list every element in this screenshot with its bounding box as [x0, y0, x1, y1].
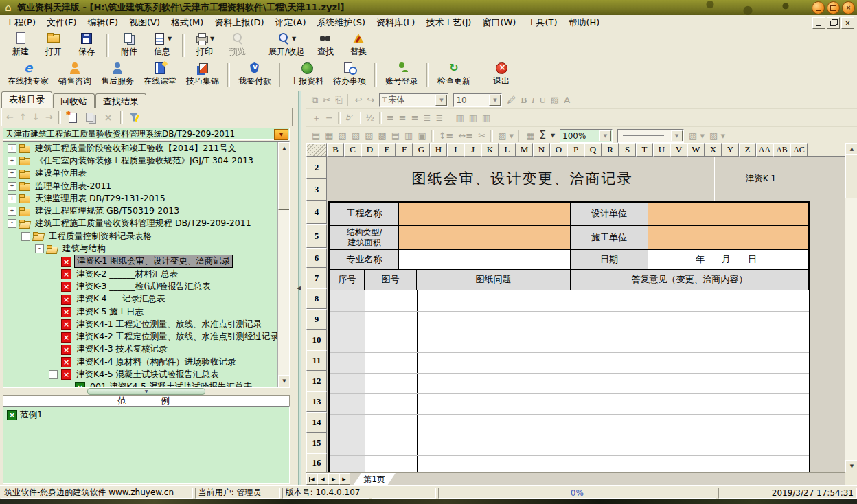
merge-cells-icon[interactable]: ▧ — [339, 131, 347, 140]
align-left-icon[interactable]: ≡ — [387, 113, 394, 122]
toolbar-button-new[interactable]: 新建 — [4, 31, 37, 60]
valign-bottom-icon[interactable]: ▥ — [482, 113, 490, 122]
column-header[interactable]: K — [481, 143, 499, 157]
column-header[interactable]: P — [567, 143, 584, 157]
tree-scrollbar[interactable]: ▲ ▼ — [277, 142, 289, 387]
tree-item[interactable]: 津资K-1 图纸会审、设计变更、洽商记录 — [3, 255, 289, 268]
toolbar-button-open[interactable]: 打开 — [37, 31, 70, 60]
catalog-dropdown[interactable]: 天津市建筑工程施工质量验收资料管理系统DB/T29-209-2011 ▼ — [3, 128, 290, 140]
align-distribute-icon[interactable]: ≣ — [436, 113, 444, 122]
column-header[interactable]: J — [464, 143, 481, 157]
child-close-button[interactable]: × — [841, 17, 854, 29]
collapse-icon[interactable]: - — [35, 244, 44, 253]
align-right-icon[interactable]: ≡ — [411, 113, 419, 122]
underline-icon[interactable]: U — [539, 95, 545, 104]
splitter-collapse-icon[interactable]: ◀ — [297, 285, 301, 291]
toolbar-button-shield[interactable]: 我要付款 — [233, 60, 276, 89]
format-brush-icon[interactable]: 🖉 — [507, 95, 516, 104]
split-cells-icon[interactable]: ▧ — [352, 131, 360, 140]
nav-left-icon[interactable]: ← — [6, 112, 14, 122]
expand-icon[interactable]: + — [8, 157, 16, 165]
scrollbar-thumb[interactable] — [845, 154, 857, 198]
eraser-icon[interactable]: ✂ — [478, 131, 485, 140]
toolbar-button-tips[interactable]: 技巧集锦 — [181, 60, 224, 89]
delete-table-icon[interactable]: ▦ — [325, 131, 333, 140]
field-input-specialty-name[interactable] — [399, 250, 571, 270]
column-header[interactable]: F — [396, 143, 413, 157]
dropdown-arrow-icon[interactable]: ▼ — [292, 36, 296, 42]
field-input-date[interactable]: 年 月 日 — [648, 250, 809, 270]
row-header[interactable]: 2 — [306, 157, 327, 179]
last-sheet-icon[interactable]: ▶ — [339, 473, 350, 485]
column-header[interactable]: AC — [790, 143, 808, 157]
row-header[interactable]: 10 — [306, 330, 327, 350]
toolbar-button-classroom[interactable]: 在线课堂 — [139, 60, 181, 89]
menu-item[interactable]: 窗口(W) — [477, 15, 521, 30]
row-header[interactable]: 13 — [306, 391, 327, 412]
sheet-scrollbar[interactable]: ▲ ▼ — [845, 143, 857, 472]
tree-item[interactable]: 津资K4-2 工程定位测量、放线、水准点引测经过记录 — [3, 330, 289, 343]
undo-icon[interactable]: ↩ — [355, 95, 363, 104]
toolbar-button-person-blue[interactable]: 售后服务 — [96, 60, 139, 89]
insert-row-icon[interactable]: ▨ — [365, 131, 373, 140]
remove-row-icon[interactable]: − — [325, 113, 333, 122]
scroll-up-icon[interactable]: ▲ — [845, 143, 857, 155]
column-header[interactable]: T — [636, 143, 653, 157]
scroll-up-icon[interactable]: ▲ — [278, 142, 290, 154]
lock-cell-icon[interactable]: ▣ — [418, 131, 426, 140]
column-header[interactable]: G — [413, 143, 430, 157]
filter-icon[interactable] — [128, 112, 141, 123]
tree-item[interactable]: +监理单位用表-2011 — [3, 180, 289, 192]
collapse-icon[interactable]: - — [8, 219, 16, 228]
menu-item[interactable]: 资料库(L) — [371, 15, 420, 30]
table-tool-icon[interactable]: ▦ — [526, 131, 534, 140]
toolbar-button-person-orange[interactable]: 销售咨询 — [54, 60, 96, 89]
first-sheet-icon[interactable]: ◀ — [306, 473, 317, 485]
tree-item[interactable]: -建筑工程施工质量验收资料管理规程 DB/T29-209-2011 — [3, 218, 289, 230]
align-justify-icon[interactable]: ≣ — [424, 113, 431, 122]
tree-item[interactable]: 津资K-3 ______检(试)验报告汇总表 — [3, 280, 289, 293]
tree-item[interactable]: 001-津资K4-5 混凝土试块试验报告汇总表 — [3, 381, 289, 388]
nav-right-icon[interactable]: → — [45, 112, 53, 122]
line-style-combo[interactable]: ▼ — [617, 129, 684, 143]
column-header[interactable]: O — [550, 143, 567, 157]
column-header[interactable]: B — [327, 143, 344, 157]
column-header[interactable]: I — [447, 143, 464, 157]
next-sheet-icon[interactable]: ▶ — [328, 473, 339, 485]
column-header[interactable]: V — [670, 143, 687, 157]
row-header[interactable]: 4 — [306, 201, 327, 224]
column-header[interactable]: L — [499, 143, 516, 157]
collapse-icon[interactable]: - — [21, 232, 30, 241]
delete-form-icon[interactable]: × — [102, 112, 115, 123]
toolbar-button-todo[interactable]: 待办事项 — [328, 60, 371, 89]
minimize-button[interactable] — [812, 1, 825, 14]
menu-item[interactable]: 帮助(H) — [562, 15, 605, 30]
tree-item[interactable]: -工程质量控制资料记录表格 — [3, 230, 289, 242]
nav-up-icon[interactable]: ↑ — [19, 112, 27, 122]
tree-item[interactable]: -津资K4-5 混凝土试块试验报告汇总表 — [3, 368, 289, 380]
redo-icon[interactable]: ↪ — [367, 95, 375, 104]
expand-icon[interactable]: + — [8, 182, 16, 191]
toolbar-button-save[interactable]: 保存 — [70, 31, 103, 60]
paste-icon[interactable]: ⎗ — [335, 95, 342, 104]
copy-icon[interactable]: ⧉ — [312, 95, 318, 104]
row-height-icon[interactable]: ↕≡ — [439, 131, 454, 140]
sum-dropdown-icon[interactable]: ▼ — [551, 133, 555, 139]
row-header[interactable]: 6 — [306, 248, 327, 268]
column-header[interactable]: C — [344, 143, 361, 157]
insert-table-icon[interactable]: ▤ — [312, 131, 320, 140]
tree-item[interactable]: +建设工程监理规范 GB/T50319-2013 — [3, 205, 289, 217]
tree-item[interactable]: 津资K4-4 原材料（构配件）进场验收记录 — [3, 356, 289, 368]
tree-item[interactable]: 津资K-5 施工日志 — [3, 306, 289, 318]
toolbar-button-update[interactable]: ↻检查更新 — [433, 60, 475, 89]
close-button[interactable]: × — [842, 1, 855, 14]
field-input-design-unit[interactable] — [648, 203, 809, 226]
add-row-icon[interactable]: ＋ — [312, 113, 321, 122]
splitter-collapse-handle[interactable]: ▼ — [87, 388, 205, 395]
nav-down-icon[interactable]: ↓ — [32, 112, 40, 122]
font-size-combo[interactable]: 10▼ — [453, 93, 502, 107]
align-center-icon[interactable]: ≡ — [399, 113, 407, 122]
expand-icon[interactable]: + — [8, 207, 16, 216]
pattern-picker-icon[interactable]: ▨ ▾ — [498, 131, 514, 140]
line-color-picker-icon[interactable]: ▧ ▾ — [709, 131, 725, 140]
